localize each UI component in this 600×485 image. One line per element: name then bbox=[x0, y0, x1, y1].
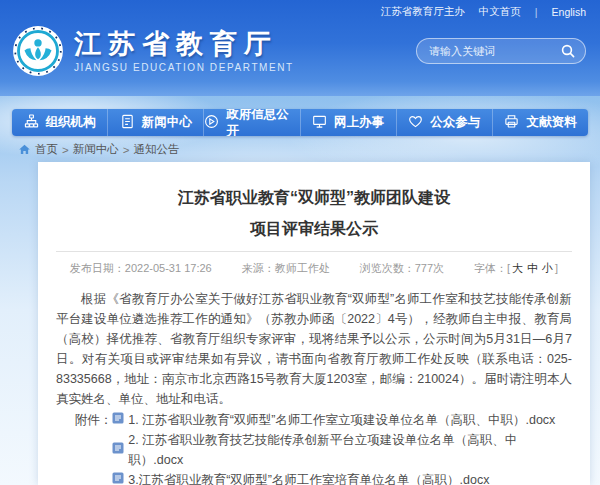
font-size-medium-button[interactable]: 中 bbox=[527, 262, 538, 274]
breadcrumb-home[interactable]: 首页 bbox=[35, 142, 58, 157]
source: 来源：教师工作处 bbox=[242, 261, 330, 276]
topbar-divider: | bbox=[535, 6, 538, 18]
doc-file-icon bbox=[112, 410, 124, 430]
info-disclosure-icon bbox=[204, 114, 219, 132]
breadcrumb-separator: > bbox=[123, 144, 130, 156]
nav-item-online-services[interactable]: 网上办事 bbox=[300, 109, 396, 136]
nav-label: 文献资料 bbox=[526, 114, 576, 131]
article-paragraph: 根据《省教育厅办公室关于做好江苏省职业教育“双师型”名师工作室和技艺技能传承创新… bbox=[56, 289, 572, 409]
font-size-control: 字体：[大中小] bbox=[474, 261, 558, 276]
nav-label: 新闻中心 bbox=[142, 114, 192, 131]
main-nav: 组织机构 新闻中心 政府信息公开 bbox=[12, 109, 588, 136]
view-count: 浏览次数：777次 bbox=[360, 261, 444, 276]
home-icon bbox=[18, 143, 31, 156]
attachment-link-3[interactable]: 3.江苏省职业教育“双师型”名师工作室培育单位名单（高职）.docx bbox=[112, 470, 572, 485]
page-background: 组织机构 新闻中心 政府信息公开 bbox=[0, 96, 600, 485]
nav-item-organization[interactable]: 组织机构 bbox=[12, 109, 107, 136]
article-title-line2: 项目评审结果公示 bbox=[56, 213, 572, 244]
nav-item-public-participation[interactable]: 公众参与 bbox=[396, 109, 492, 136]
nav-label: 公众参与 bbox=[430, 114, 480, 131]
attachment-link-1[interactable]: 1. 江苏省职业教育“双师型”名师工作室立项建设单位名单（高职、中职）.docx bbox=[112, 410, 572, 430]
monitor-icon bbox=[312, 114, 327, 132]
doc-file-icon bbox=[112, 440, 124, 460]
cn-home-link[interactable]: 中文首页 bbox=[479, 5, 521, 19]
breadcrumb: 首页 > 新闻中心 > 通知公告 bbox=[18, 142, 179, 157]
nav-item-documents[interactable]: 文献资料 bbox=[492, 109, 588, 136]
attachments-section: 附件： 1. 江苏省职业教育“双师型”名师工作室立项建设单位名单（高职、中职）.… bbox=[75, 410, 572, 485]
banner: 江苏省教育厅 JIANGSU EDUCATION DEPARTMENT bbox=[0, 19, 600, 77]
article-meta: 发布日期：2022-05-31 17:26 来源：教师工作处 浏览次数：777次… bbox=[56, 261, 572, 276]
jiangsu-education-logo-icon[interactable] bbox=[12, 25, 64, 77]
nav-item-gov-info[interactable]: 政府信息公开 bbox=[203, 109, 299, 136]
breadcrumb-separator: > bbox=[62, 144, 69, 156]
site-header: 江苏省教育厅主办 中文首页 | English 江苏省教育厅 JIANGSU E… bbox=[0, 0, 600, 96]
news-doc-icon bbox=[120, 114, 135, 132]
printer-icon bbox=[504, 114, 519, 132]
top-links-bar: 江苏省教育厅主办 中文首页 | English bbox=[0, 0, 600, 19]
breadcrumb-news-center[interactable]: 新闻中心 bbox=[73, 142, 119, 157]
title-divider bbox=[56, 251, 572, 252]
breadcrumb-notices[interactable]: 通知公告 bbox=[133, 142, 179, 157]
attachment-link-2[interactable]: 2. 江苏省职业教育技艺技能传承创新平台立项建设单位名单（高职、中职）.docx bbox=[112, 430, 572, 470]
site-titles: 江苏省教育厅 JIANGSU EDUCATION DEPARTMENT bbox=[74, 29, 294, 73]
attachments-label: 附件： bbox=[75, 410, 113, 485]
org-chart-icon bbox=[24, 114, 39, 132]
article-card: 江苏省职业教育“双师型”教师团队建设 项目评审结果公示 发布日期：2022-05… bbox=[38, 162, 590, 485]
article-title-line1: 江苏省职业教育“双师型”教师团队建设 bbox=[56, 182, 572, 213]
site-name-en: JIANGSU EDUCATION DEPARTMENT bbox=[74, 62, 294, 73]
search-box bbox=[416, 38, 586, 64]
site-name: 江苏省教育厅 bbox=[74, 29, 294, 59]
heart-icon bbox=[408, 114, 423, 132]
host-link[interactable]: 江苏省教育厅主办 bbox=[381, 5, 465, 19]
attachments-list: 1. 江苏省职业教育“双师型”名师工作室立项建设单位名单（高职、中职）.docx… bbox=[112, 410, 572, 485]
nav-label: 政府信息公开 bbox=[226, 109, 299, 136]
doc-file-icon bbox=[112, 470, 124, 485]
font-size-large-button[interactable]: 大 bbox=[512, 262, 523, 274]
search-input[interactable] bbox=[429, 45, 559, 57]
font-size-small-button[interactable]: 小 bbox=[542, 262, 553, 274]
search-icon[interactable] bbox=[559, 42, 577, 60]
publish-date: 发布日期：2022-05-31 17:26 bbox=[70, 261, 212, 276]
nav-item-news[interactable]: 新闻中心 bbox=[107, 109, 203, 136]
nav-label: 组织机构 bbox=[46, 114, 96, 131]
english-link[interactable]: English bbox=[552, 6, 586, 18]
nav-label: 网上办事 bbox=[334, 114, 384, 131]
